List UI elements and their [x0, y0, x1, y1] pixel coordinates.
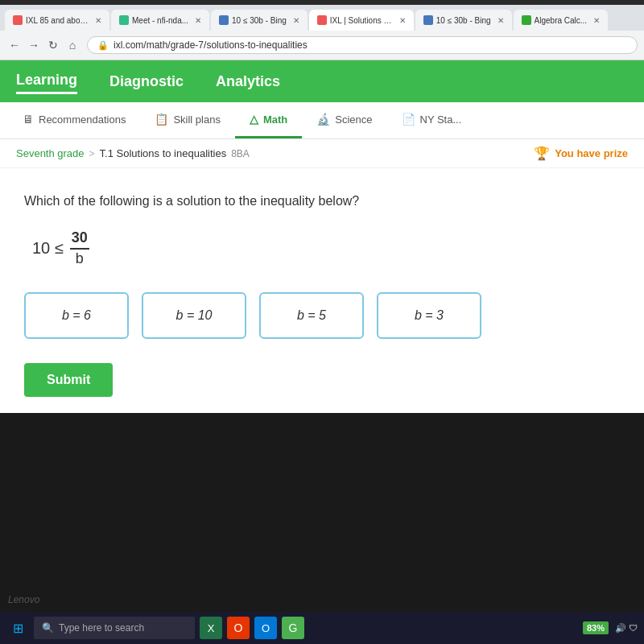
trophy-icon: 🏆 — [534, 146, 550, 161]
tab-favicon-3 — [219, 15, 229, 25]
subnav-ny-state[interactable]: 📄 NY Sta... — [387, 102, 477, 138]
tab-bar: IXL 85 and above t... ✕ Meet - nfi-nda..… — [0, 5, 644, 31]
breadcrumb-code: 8BA — [231, 148, 250, 159]
subnav-skill-plans[interactable]: 📋 Skill plans — [140, 102, 235, 138]
taskbar-outlook[interactable]: O — [254, 617, 277, 639]
tab-close-5[interactable]: ✕ — [497, 16, 504, 25]
start-button[interactable]: ⊞ — [6, 617, 29, 639]
lenovo-label: Lenovo — [8, 594, 39, 605]
tab-2[interactable]: Meet - nfi-nda... ✕ — [111, 10, 209, 31]
ixl-app: Learning Diagnostic Analytics 🖥 Recommen… — [0, 60, 644, 413]
tab-close-1[interactable]: ✕ — [95, 16, 101, 25]
nav-diagnostic[interactable]: Diagnostic — [109, 70, 184, 93]
fraction-numerator: 30 — [70, 229, 89, 250]
nav-learning[interactable]: Learning — [16, 68, 77, 94]
taskbar-search[interactable]: 🔍 Type here to search — [34, 617, 195, 639]
outlook-icon: O — [262, 622, 270, 634]
tab-label-3: 10 ≤ 30b - Bing — [232, 16, 287, 25]
address-bar: ← → ↻ ⌂ 🔒 ixl.com/math/grade-7/solutions… — [0, 31, 644, 60]
breadcrumb-grade[interactable]: Seventh grade — [16, 147, 85, 159]
taskbar: ⊞ 🔍 Type here to search X O O G 83% 🔊 🛡 — [0, 612, 644, 644]
nav-buttons: ← → ↻ ⌂ — [6, 37, 80, 53]
windows-logo-icon: ⊞ — [13, 621, 23, 636]
tab-favicon-6 — [522, 15, 531, 25]
subnav-recommendations[interactable]: 🖥 Recommendations — [8, 102, 140, 138]
url-bar[interactable]: 🔒 ixl.com/math/grade-7/solutions-to-ineq… — [87, 36, 638, 54]
science-icon: 🔬 — [316, 113, 330, 126]
excel-icon: X — [208, 622, 215, 634]
subnav-skill-plans-label: Skill plans — [173, 114, 221, 126]
tab-3[interactable]: 10 ≤ 30b - Bing ✕ — [211, 10, 308, 31]
choice-b10[interactable]: b = 10 — [142, 292, 246, 339]
main-nav: Learning Diagnostic Analytics — [0, 60, 644, 102]
url-text: ixl.com/math/grade-7/solutions-to-inequa… — [114, 39, 308, 51]
submit-button[interactable]: Submit — [24, 363, 113, 397]
home-button[interactable]: ⌂ — [64, 37, 80, 53]
tab-favicon-4 — [317, 15, 327, 25]
inequality-left: 10 ≤ — [32, 239, 64, 258]
tab-close-3[interactable]: ✕ — [293, 16, 299, 25]
tab-favicon-5 — [423, 15, 433, 25]
tab-1[interactable]: IXL 85 and above t... ✕ — [5, 10, 109, 31]
breadcrumb-topic: T.1 Solutions to inequalities — [100, 147, 227, 159]
tab-label-5: 10 ≤ 30b - Bing — [436, 16, 491, 25]
lock-icon: 🔒 — [97, 40, 109, 51]
choice-b5[interactable]: b = 5 — [259, 292, 364, 339]
subnav-science[interactable]: 🔬 Science — [302, 102, 386, 138]
subnav-recommendations-label: Recommendations — [39, 114, 126, 126]
breadcrumb: Seventh grade > T.1 Solutions to inequal… — [0, 139, 644, 168]
tab-close-4[interactable]: ✕ — [399, 16, 406, 25]
tab-favicon-1 — [13, 15, 23, 25]
math-icon: △ — [250, 113, 258, 126]
taskbar-search-text: Type here to search — [59, 622, 144, 634]
tab-close-6[interactable]: ✕ — [593, 16, 600, 25]
tab-4[interactable]: IXL | Solutions to in... ✕ — [309, 10, 414, 31]
taskbar-opera[interactable]: O — [227, 617, 250, 639]
choice-b6-label: b = 6 — [62, 308, 91, 322]
tab-5[interactable]: 10 ≤ 30b - Bing ✕ — [415, 10, 512, 31]
forward-button[interactable]: → — [26, 37, 42, 53]
tab-6[interactable]: Algebra Calc... ✕ — [514, 10, 609, 31]
nav-analytics[interactable]: Analytics — [216, 70, 280, 93]
choice-b10-label: b = 10 — [176, 308, 213, 322]
question-area: Which of the following is a solution to … — [0, 168, 644, 413]
tab-label-6: Algebra Calc... — [535, 16, 588, 25]
battery-indicator: 83% — [583, 621, 609, 634]
taskbar-excel[interactable]: X — [200, 617, 222, 639]
tab-close-2[interactable]: ✕ — [195, 16, 201, 25]
fraction: 30 b — [70, 229, 89, 267]
ny-state-icon: 📄 — [402, 113, 415, 126]
choice-b3[interactable]: b = 3 — [377, 292, 481, 339]
tab-label-1: IXL 85 and above t... — [26, 16, 89, 25]
tab-favicon-2 — [119, 15, 129, 25]
prize-banner: 🏆 You have prize — [534, 146, 628, 161]
tab-label-4: IXL | Solutions to in... — [330, 16, 393, 25]
back-button[interactable]: ← — [6, 37, 23, 53]
subnav-ny-state-label: NY Sta... — [420, 114, 462, 126]
system-tray: 83% 🔊 🛡 — [583, 621, 638, 634]
chrome-icon: G — [289, 621, 298, 634]
subnav-math[interactable]: △ Math — [235, 102, 302, 138]
taskbar-chrome[interactable]: G — [282, 617, 304, 639]
breadcrumb-separator: > — [89, 148, 95, 159]
choice-b6[interactable]: b = 6 — [24, 292, 129, 339]
reload-button[interactable]: ↻ — [45, 37, 61, 53]
answer-choices: b = 6 b = 10 b = 5 b = 3 — [24, 292, 620, 339]
inequality-display: 10 ≤ 30 b — [24, 229, 620, 267]
sub-nav: 🖥 Recommendations 📋 Skill plans △ Math 🔬… — [0, 102, 644, 139]
opera-icon: O — [234, 621, 243, 634]
prize-text: You have prize — [555, 147, 628, 159]
subnav-math-label: Math — [263, 114, 287, 126]
taskbar-search-icon: 🔍 — [42, 622, 54, 634]
choice-b3-label: b = 3 — [415, 308, 444, 322]
tab-label-2: Meet - nfi-nda... — [132, 16, 188, 25]
question-text: Which of the following is a solution to … — [24, 192, 620, 210]
recommendations-icon: 🖥 — [23, 113, 34, 126]
skill-plans-icon: 📋 — [155, 113, 168, 126]
browser-chrome: IXL 85 and above t... ✕ Meet - nfi-nda..… — [0, 5, 644, 60]
fraction-denominator: b — [74, 250, 85, 268]
choice-b5-label: b = 5 — [297, 308, 326, 322]
subnav-science-label: Science — [335, 114, 372, 126]
tray-icons: 🔊 🛡 — [615, 623, 638, 634]
